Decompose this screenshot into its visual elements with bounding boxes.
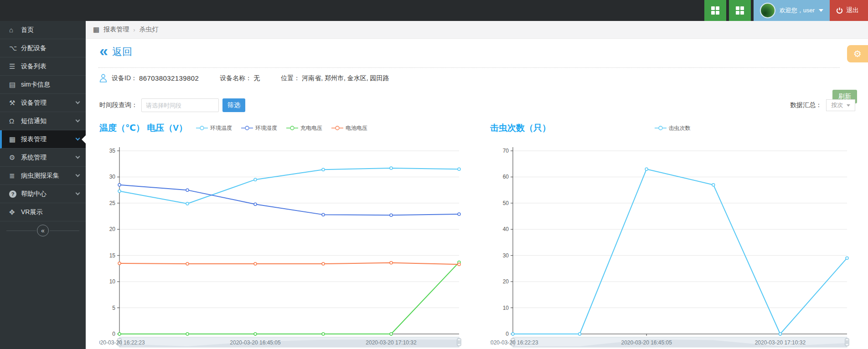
device-name-group: 设备名称： 无: [220, 74, 260, 82]
report-icon: ▦: [9, 135, 21, 144]
line-chart-canvas: 051015202530352020-03-20 16:22:232020-03…: [99, 136, 464, 349]
grid-apps-icon: [711, 6, 719, 15]
sidebar-item-3[interactable]: ▤sim卡信息: [0, 76, 86, 94]
sidebar-collapse-button[interactable]: «: [0, 221, 86, 240]
sidebar-item-6[interactable]: ▦报表管理: [0, 130, 86, 149]
sidebar-item-label: 帮助中心: [21, 190, 46, 198]
legend-item-环境温度[interactable]: 环境温度: [196, 124, 232, 132]
move-icon: ✥: [9, 208, 21, 216]
sidebar-item-7[interactable]: ⚙系统管理: [0, 149, 86, 167]
device-id-label: 设备ID：: [112, 74, 137, 82]
back-button[interactable]: « 返回: [99, 45, 132, 59]
device-id-value: 867038032139802: [139, 74, 199, 82]
series-line-环境温度: [119, 168, 459, 204]
legend-label: 电池电压: [346, 124, 367, 132]
welcome-text: 欢迎您，user: [780, 6, 815, 15]
breadcrumb-section[interactable]: 报表管理: [103, 26, 129, 34]
sidebar-item-1[interactable]: ⌥分配设备: [0, 39, 86, 57]
settings-button[interactable]: ⚙: [847, 45, 868, 62]
sidebar-item-label: 报表管理: [21, 135, 46, 144]
gear-icon: ⚙: [853, 48, 862, 59]
svg-text:10: 10: [109, 278, 116, 285]
filter-button[interactable]: 筛选: [222, 98, 245, 112]
apps-button-1[interactable]: [704, 0, 726, 21]
question-icon: ?: [9, 190, 16, 198]
svg-text:2020-03-20 16:22:23: 2020-03-20 16:22:23: [490, 339, 538, 346]
logout-button[interactable]: 退出: [830, 0, 868, 21]
device-id-group: 设备ID： 867038032139802: [112, 74, 199, 82]
report-icon: ▦: [93, 26, 99, 34]
collapse-icon: «: [37, 225, 49, 236]
svg-text:2020-03-20 16:45:05: 2020-03-20 16:45:05: [230, 339, 281, 346]
series-line-击虫次数: [513, 169, 847, 334]
datazoom-handle[interactable]: [457, 339, 461, 346]
datazoom-handle[interactable]: [845, 339, 849, 346]
chevron-down-icon: [76, 154, 80, 159]
save-icon: ▤: [9, 81, 21, 89]
legend-item-击虫次数[interactable]: 击虫次数: [655, 124, 691, 132]
back-label: 返回: [112, 45, 132, 59]
svg-text:25: 25: [109, 200, 116, 206]
legend-marker-icon: [241, 126, 253, 130]
svg-text:2020-03-20 17:10:32: 2020-03-20 17:10:32: [366, 339, 417, 346]
sidebar-item-2[interactable]: ☰设备列表: [0, 57, 86, 76]
dotted-divider: [98, 67, 840, 68]
svg-text:40: 40: [503, 226, 509, 232]
sidebar-item-4[interactable]: ⚒设备管理: [0, 94, 86, 112]
svg-text:30: 30: [503, 252, 509, 259]
grid-apps-icon: [736, 6, 744, 15]
line-chart-canvas: 0102030405060702020-03-20 16:22:232020-0…: [490, 136, 855, 349]
legend-item-充电电压[interactable]: 充电电压: [286, 124, 322, 132]
chart-header: 击虫次数（只） 击虫次数: [490, 120, 855, 136]
series-line-充电电压: [119, 262, 459, 334]
series-line-电池电压: [119, 263, 459, 264]
device-location-label: 位置：: [281, 74, 300, 82]
legend-item-电池电压[interactable]: 电池电压: [331, 124, 367, 132]
chevron-down-icon: [76, 173, 80, 177]
power-icon: [836, 7, 843, 14]
time-range-input[interactable]: [141, 98, 219, 112]
legend-label: 环境温度: [210, 124, 232, 132]
avatar[interactable]: [760, 3, 775, 18]
device-name-value: 无: [253, 74, 260, 82]
data-summary-select[interactable]: 按次: [826, 99, 855, 111]
sidebar: ⌂首页⌥分配设备☰设备列表▤sim卡信息⚒设备管理Ω短信通知▦报表管理⚙系统管理…: [0, 21, 86, 349]
breadcrumb-page: 杀虫灯: [140, 26, 159, 34]
sidebar-item-10[interactable]: ✥VR展示: [0, 203, 86, 221]
chevron-down-icon: [76, 118, 80, 123]
sidebar-item-9[interactable]: ?帮助中心: [0, 185, 86, 203]
svg-text:35: 35: [109, 148, 116, 154]
sidebar-item-label: 设备列表: [21, 62, 46, 71]
chevron-down-icon: [76, 191, 80, 195]
apps-button-2[interactable]: [729, 0, 751, 21]
legend-marker-icon: [331, 126, 343, 130]
svg-text:20: 20: [503, 278, 509, 285]
svg-text:0: 0: [506, 331, 509, 337]
app-root: 欢迎您，user 退出 ⌂首页⌥分配设备☰设备列表▤sim卡信息⚒设备管理Ω短信…: [0, 0, 868, 349]
legend-label: 环境湿度: [255, 124, 277, 132]
svg-text:2020-03-20 16:22:23: 2020-03-20 16:22:23: [99, 339, 145, 346]
chevron-down-icon: [76, 136, 80, 141]
legend-marker-icon: [286, 126, 298, 130]
legend-marker-icon: [655, 126, 666, 130]
device-info-row: 设备ID： 867038032139802 设备名称： 无 位置： 河南省, 郑…: [99, 74, 410, 82]
svg-text:15: 15: [109, 252, 116, 259]
gears-icon: ⚙: [9, 154, 21, 162]
sidebar-item-label: 病虫测报采集: [21, 172, 59, 180]
ordered-list-icon: ≣: [9, 172, 21, 180]
main-content: « 返回 ⚙ 设备ID： 867038032139802 设备名称： 无: [86, 39, 868, 349]
time-query-row: 时间段查询： 筛选: [99, 98, 245, 113]
logout-label: 退出: [846, 6, 859, 15]
user-menu[interactable]: 欢迎您，user: [754, 0, 830, 21]
sidebar-item-0[interactable]: ⌂首页: [0, 21, 86, 39]
svg-text:70: 70: [503, 148, 509, 154]
svg-text:0: 0: [112, 331, 115, 337]
chevron-down-icon: [819, 9, 823, 14]
sidebar-item-5[interactable]: Ω短信通知: [0, 112, 86, 130]
sidebar-item-label: 短信通知: [21, 117, 46, 125]
breadcrumb-separator: ›: [133, 26, 135, 33]
sidebar-item-8[interactable]: ≣病虫测报采集: [0, 167, 86, 185]
device-location-value: 河南省, 郑州市, 金水区, 园田路: [302, 74, 389, 82]
sidebar-item-label: 设备管理: [21, 99, 46, 107]
legend-item-环境湿度[interactable]: 环境湿度: [241, 124, 277, 132]
